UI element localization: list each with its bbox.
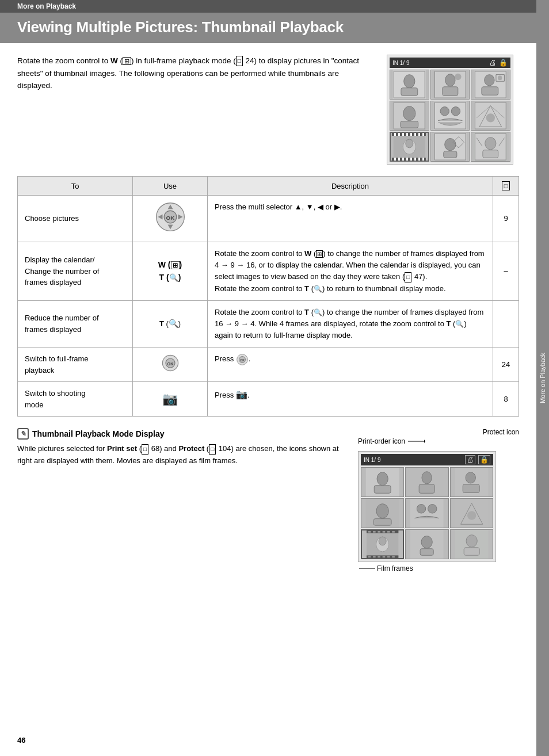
svg-rect-12 bbox=[482, 87, 498, 95]
svg-rect-35 bbox=[400, 158, 403, 160]
note-text-area: ✎ Thumbnail Playback Mode Display While … bbox=[17, 428, 346, 572]
row-desc-fullframe: Press OK. bbox=[208, 348, 493, 382]
row-desc-choose: Press the multi selector ▲, ▼, ◀ or ▶. bbox=[208, 196, 493, 242]
svg-point-100 bbox=[421, 536, 432, 548]
table-row: Switch to shootingmode 📷 Press 📷. 8 bbox=[18, 382, 519, 417]
svg-rect-45 bbox=[443, 151, 456, 158]
svg-marker-64 bbox=[424, 440, 425, 443]
btc-3 bbox=[450, 467, 493, 497]
t-icon: T (🔍) bbox=[140, 318, 200, 330]
btc-8 bbox=[405, 529, 448, 559]
svg-rect-94 bbox=[383, 556, 386, 558]
btc-5 bbox=[405, 498, 448, 528]
col-header-use: Use bbox=[133, 177, 208, 196]
svg-rect-87 bbox=[378, 531, 380, 533]
svg-rect-3 bbox=[401, 88, 418, 96]
svg-point-81 bbox=[467, 511, 476, 520]
svg-point-48 bbox=[485, 138, 496, 150]
svg-rect-86 bbox=[373, 531, 376, 533]
svg-rect-96 bbox=[392, 556, 395, 558]
svg-rect-76 bbox=[373, 519, 391, 526]
row-to-choose: Choose pictures bbox=[18, 196, 133, 242]
row-ref-calendar: – bbox=[493, 242, 519, 301]
note-title-text: Thumbnail Playback Mode Display bbox=[32, 429, 165, 438]
row-use-fullframe: OK bbox=[133, 348, 208, 382]
svg-rect-85 bbox=[368, 531, 371, 533]
note-title: ✎ Thumbnail Playback Mode Display bbox=[17, 428, 346, 440]
svg-rect-49 bbox=[483, 150, 498, 158]
svg-rect-70 bbox=[420, 484, 435, 493]
svg-point-69 bbox=[422, 472, 432, 484]
thumb-cell-9 bbox=[471, 132, 510, 162]
protect-icon-label: Protect icon bbox=[483, 428, 519, 436]
svg-rect-39 bbox=[419, 158, 422, 160]
section-title: More on Playback bbox=[17, 2, 76, 10]
print-order-arrow bbox=[408, 438, 425, 445]
intro-text: Rotate the zoom control to W (⊞) in full… bbox=[17, 55, 375, 165]
col-header-ref: □ bbox=[493, 177, 519, 196]
row-ref-shoot: 8 bbox=[493, 382, 519, 417]
svg-rect-28 bbox=[395, 133, 398, 135]
row-ref-fullframe: 24 bbox=[493, 348, 519, 382]
operations-table: To Use Description □ Choose pictures bbox=[17, 176, 519, 417]
svg-rect-7 bbox=[443, 87, 458, 96]
svg-point-78 bbox=[417, 505, 426, 513]
svg-rect-31 bbox=[409, 133, 412, 135]
svg-text:OK: OK bbox=[166, 215, 175, 221]
thumb-cell-6 bbox=[471, 101, 510, 131]
row-to-calendar: Display the calendar/Change the number o… bbox=[18, 242, 133, 301]
svg-point-6 bbox=[445, 74, 455, 86]
row-use-choose: OK bbox=[133, 196, 208, 242]
svg-rect-101 bbox=[420, 549, 433, 556]
svg-rect-67 bbox=[374, 486, 391, 493]
svg-rect-36 bbox=[405, 158, 407, 160]
book-icon: □ bbox=[502, 181, 510, 190]
sidebar: More on Playback bbox=[536, 0, 549, 756]
svg-point-75 bbox=[376, 504, 388, 518]
row-to-reduce: Reduce the number offrames displayed bbox=[18, 300, 133, 347]
bottom-thumb-cells bbox=[361, 467, 493, 559]
svg-text:OK: OK bbox=[167, 361, 174, 366]
film-frames-arrow bbox=[358, 565, 375, 572]
multi-selector-icon: OK bbox=[155, 201, 186, 232]
page-title-section: Viewing Multiple Pictures: Thumbnail Pla… bbox=[0, 13, 536, 43]
row-use-shoot: 📷 bbox=[133, 382, 208, 417]
svg-point-2 bbox=[404, 75, 415, 88]
row-to-fullframe: Switch to full-frameplayback bbox=[18, 348, 133, 382]
svg-point-13 bbox=[498, 76, 502, 81]
note-section: ✎ Thumbnail Playback Mode Display While … bbox=[17, 428, 519, 572]
row-use-calendar: W (⊞) T (🔍) bbox=[133, 242, 208, 301]
table-row: Reduce the number offrames displayed T (… bbox=[18, 300, 519, 347]
page-number: 46 bbox=[17, 736, 25, 744]
page-title: Viewing Multiple Pictures: Thumbnail Pla… bbox=[17, 18, 519, 36]
thumb-cell-8 bbox=[430, 132, 470, 162]
col-header-to: To bbox=[18, 177, 133, 196]
section-header: More on Playback bbox=[0, 0, 536, 13]
film-frames-label: Film frames bbox=[377, 564, 413, 572]
svg-rect-95 bbox=[387, 556, 390, 558]
svg-point-72 bbox=[466, 472, 475, 483]
svg-rect-30 bbox=[405, 133, 407, 135]
svg-point-44 bbox=[444, 139, 455, 151]
wt-icon: W (⊞) T (🔍) bbox=[158, 258, 182, 284]
table-row: Switch to full-frameplayback OK Press OK… bbox=[18, 348, 519, 382]
row-desc-shoot: Press 📷. bbox=[208, 382, 493, 417]
svg-rect-17 bbox=[401, 121, 418, 128]
thumb-cell-5 bbox=[430, 101, 470, 131]
svg-point-20 bbox=[440, 107, 449, 116]
sidebar-label: More on Playback bbox=[539, 353, 546, 403]
btc-7-film bbox=[361, 529, 404, 559]
note-body: While pictures selected for Print set (□… bbox=[17, 443, 346, 467]
btc-1 bbox=[361, 467, 404, 497]
annotation-area: Protect icon Print-order icon IN 1/ 9 bbox=[358, 428, 519, 572]
intro-area: Rotate the zoom control to W (⊞) in full… bbox=[17, 55, 519, 165]
svg-rect-92 bbox=[373, 556, 376, 558]
row-ref-reduce bbox=[493, 300, 519, 347]
thumb-cell-2 bbox=[430, 70, 470, 100]
thumb-cell-7 bbox=[390, 132, 429, 162]
svg-rect-27 bbox=[394, 158, 425, 161]
svg-point-11 bbox=[485, 75, 494, 86]
svg-point-79 bbox=[428, 505, 437, 513]
svg-rect-88 bbox=[383, 531, 386, 533]
row-desc-calendar: Rotate the zoom control to W (⊞) to chan… bbox=[208, 242, 493, 301]
